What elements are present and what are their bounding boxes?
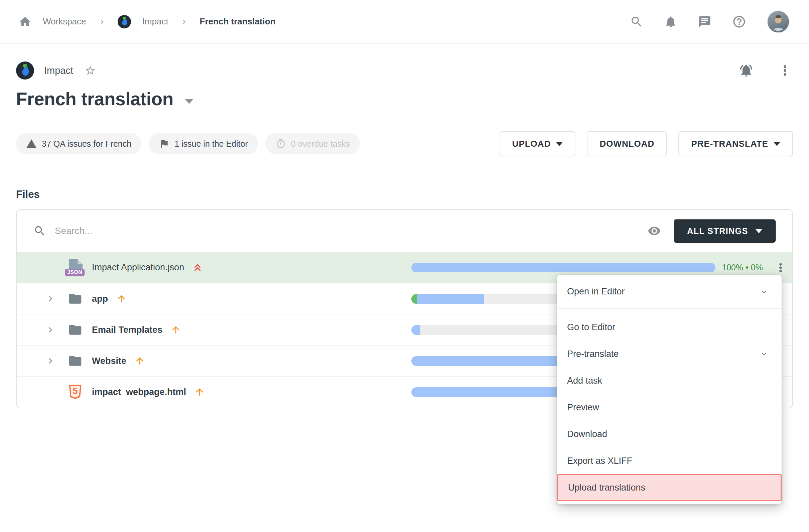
badge-label: 1 issue in the Editor — [174, 139, 248, 149]
menu-item-download[interactable]: Download — [557, 421, 781, 447]
project-logo — [118, 15, 131, 29]
user-avatar[interactable] — [767, 10, 790, 33]
menu-item-preview[interactable]: Preview — [557, 394, 781, 421]
menu-item-label: Pre-translate — [567, 349, 619, 359]
chevron-down-icon — [759, 287, 769, 297]
json-file-icon: JSON — [68, 259, 83, 276]
project-name: Impact — [44, 65, 73, 76]
menu-item-label: Go to Editor — [567, 322, 615, 332]
breadcrumb-project[interactable]: Impact — [142, 16, 168, 27]
html-file-icon: 5 — [68, 384, 82, 400]
html-badge-label: 5 — [68, 386, 82, 396]
priority-high-icon — [116, 293, 127, 304]
menu-item-label: Open in Editor — [567, 286, 625, 297]
eye-visibility-icon[interactable] — [648, 224, 661, 238]
expand-chevron-icon[interactable] — [45, 356, 56, 366]
menu-item-label: Upload translations — [568, 483, 645, 493]
status-badges: 37 QA issues for French 1 issue in the E… — [16, 133, 360, 154]
folder-icon — [68, 355, 83, 367]
breadcrumb: Workspace Impact French translation — [19, 15, 275, 29]
translation-progress-bar — [411, 263, 716, 272]
file-context-menu: Open in Editor Go to Editor Pre-translat… — [557, 275, 781, 504]
menu-item-pre-translate[interactable]: Pre-translate — [557, 341, 781, 367]
expand-chevron-icon[interactable] — [45, 293, 56, 304]
download-button[interactable]: DOWNLOAD — [587, 131, 667, 156]
project-actions: UPLOAD DOWNLOAD PRE-TRANSLATE — [500, 131, 793, 156]
breadcrumb-workspace[interactable]: Workspace — [43, 16, 86, 27]
folder-name: Email Templates — [92, 325, 162, 335]
priority-high-icon — [194, 387, 205, 397]
project-header: Impact — [16, 62, 793, 80]
files-section-title: Files — [16, 188, 793, 201]
files-toolbar: ALL STRINGS — [17, 210, 792, 252]
folder-icon — [68, 292, 83, 305]
menu-item-label: Download — [567, 429, 607, 440]
menu-item-label: Preview — [567, 402, 599, 413]
chevron-down-icon — [759, 349, 769, 359]
flag-icon — [159, 138, 169, 149]
search-icon[interactable] — [630, 15, 643, 29]
folder-name: Website — [92, 356, 126, 366]
search-icon — [33, 225, 46, 237]
favorite-star-icon[interactable] — [85, 65, 96, 76]
badge-label: 0 overdue tasks — [291, 139, 350, 149]
file-name: impact_webpage.html — [92, 387, 186, 397]
help-icon[interactable] — [732, 15, 746, 29]
editor-issues-badge[interactable]: 1 issue in the Editor — [149, 133, 258, 154]
project-logo — [16, 62, 34, 80]
file-search-input[interactable] — [55, 226, 648, 236]
notifications-bell-icon[interactable] — [664, 15, 677, 29]
top-navigation-bar: Workspace Impact French translation — [0, 0, 809, 44]
breadcrumb-current-page: French translation — [200, 16, 276, 27]
menu-item-upload-translations[interactable]: Upload translations — [557, 474, 781, 501]
stopwatch-icon — [275, 138, 286, 149]
page-title: French translation — [16, 88, 173, 109]
warning-icon — [26, 138, 37, 149]
expand-chevron-icon[interactable] — [45, 325, 56, 335]
button-label: PRE-TRANSLATE — [691, 139, 768, 149]
json-badge-label: JSON — [65, 269, 85, 276]
chevron-down-icon — [556, 142, 563, 146]
filter-button-label: ALL STRINGS — [687, 226, 748, 236]
button-label: DOWNLOAD — [600, 139, 654, 149]
chevron-down-icon — [756, 229, 762, 233]
folder-name: app — [92, 294, 108, 304]
folder-icon — [68, 324, 83, 336]
menu-item-add-task[interactable]: Add task — [557, 367, 781, 394]
overdue-tasks-badge: 0 overdue tasks — [265, 133, 360, 154]
home-icon[interactable] — [19, 15, 31, 28]
notification-bell-ring-icon[interactable] — [739, 63, 754, 78]
strings-filter-button[interactable]: ALL STRINGS — [674, 219, 776, 243]
menu-item-label: Export as XLIFF — [567, 456, 632, 466]
button-label: UPLOAD — [512, 139, 551, 149]
chevron-right-icon — [180, 17, 188, 26]
messages-icon[interactable] — [698, 15, 711, 29]
upload-button[interactable]: UPLOAD — [500, 131, 576, 156]
menu-item-open-in-editor[interactable]: Open in Editor — [557, 275, 781, 308]
file-name: Impact Application.json — [92, 262, 184, 273]
qa-issues-badge[interactable]: 37 QA issues for French — [16, 133, 141, 154]
badge-label: 37 QA issues for French — [42, 139, 131, 149]
pre-translate-button[interactable]: PRE-TRANSLATE — [678, 131, 793, 156]
priority-highest-icon — [192, 262, 203, 273]
chevron-down-icon — [774, 142, 780, 146]
project-kebab-menu-icon[interactable] — [778, 64, 792, 77]
menu-item-label: Add task — [567, 376, 602, 386]
priority-high-icon — [134, 356, 145, 366]
chevron-right-icon — [98, 17, 106, 26]
menu-item-export-as-xliff[interactable]: Export as XLIFF — [557, 447, 781, 474]
title-dropdown-caret-icon[interactable] — [185, 99, 193, 104]
menu-item-go-to-editor[interactable]: Go to Editor — [557, 314, 781, 341]
priority-high-icon — [170, 325, 181, 335]
